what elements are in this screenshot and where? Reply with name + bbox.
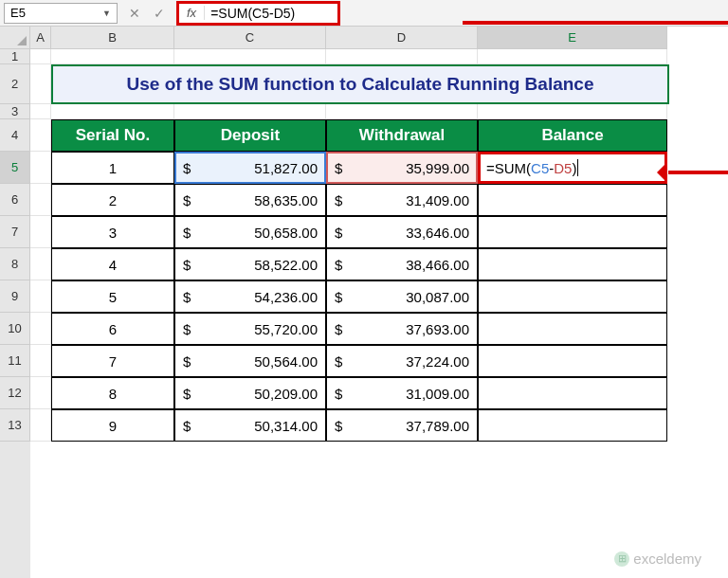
- callout-arrow: [463, 21, 728, 25]
- col-header[interactable]: C: [174, 27, 326, 49]
- cell-serial[interactable]: 4: [51, 248, 174, 280]
- cell-serial[interactable]: 9: [51, 409, 174, 442]
- cell[interactable]: [30, 345, 51, 377]
- col-header-active[interactable]: E: [478, 27, 667, 49]
- cell-deposit[interactable]: $58,635.00: [174, 184, 326, 216]
- cell-withdrawal[interactable]: $33,646.00: [326, 216, 478, 248]
- cell-balance[interactable]: [478, 280, 667, 313]
- active-cell-editing[interactable]: =SUM(C5-D5): [478, 152, 667, 184]
- watermark-icon: ⊞: [614, 551, 629, 567]
- table-header-serial[interactable]: Serial No.: [51, 119, 174, 152]
- sheet-row: [30, 49, 728, 64]
- currency-symbol: $: [183, 321, 191, 337]
- cell-deposit[interactable]: $55,720.00: [174, 313, 326, 345]
- cell[interactable]: [30, 377, 51, 409]
- col-header[interactable]: B: [51, 27, 174, 49]
- cell-deposit[interactable]: $54,236.00: [174, 280, 326, 313]
- cell-deposit-ref-c5[interactable]: $ 51,827.00: [174, 152, 326, 184]
- row-header[interactable]: 3: [0, 104, 30, 119]
- row-header[interactable]: 12: [0, 377, 30, 409]
- cell[interactable]: [30, 248, 51, 280]
- row-header[interactable]: 2: [0, 64, 30, 104]
- cell-serial[interactable]: 3: [51, 216, 174, 248]
- cell-serial[interactable]: 5: [51, 280, 174, 313]
- cell[interactable]: [30, 184, 51, 216]
- cell[interactable]: [478, 104, 667, 119]
- table-header-balance[interactable]: Balance: [478, 119, 667, 152]
- cell[interactable]: [30, 313, 51, 345]
- cell-withdrawal[interactable]: $31,409.00: [326, 184, 478, 216]
- currency-symbol: $: [183, 192, 191, 208]
- cell-serial[interactable]: 2: [51, 184, 174, 216]
- cell-balance[interactable]: [478, 377, 667, 409]
- cell-value: 38,466.00: [348, 257, 469, 273]
- cell[interactable]: [326, 49, 478, 64]
- cell-withdrawal[interactable]: $37,693.00: [326, 313, 478, 345]
- confirm-icon[interactable]: ✓: [154, 6, 165, 21]
- cell-deposit[interactable]: $58,522.00: [174, 248, 326, 280]
- cell[interactable]: [174, 49, 326, 64]
- cell[interactable]: [30, 49, 51, 64]
- cancel-icon[interactable]: ✕: [129, 6, 140, 21]
- row-header[interactable]: 8: [0, 248, 30, 280]
- row-header[interactable]: 11: [0, 345, 30, 377]
- cell[interactable]: [478, 49, 667, 64]
- cell[interactable]: [30, 104, 51, 119]
- name-box[interactable]: E5 ▼: [4, 3, 118, 24]
- cell[interactable]: [30, 216, 51, 248]
- row-header[interactable]: 13: [0, 409, 30, 442]
- cell-balance[interactable]: [478, 184, 667, 216]
- cell-serial[interactable]: 7: [51, 345, 174, 377]
- cell-withdrawal[interactable]: $38,466.00: [326, 248, 478, 280]
- fx-icon[interactable]: fx: [179, 6, 205, 20]
- row-header[interactable]: 6: [0, 184, 30, 216]
- cell-deposit[interactable]: $50,564.00: [174, 345, 326, 377]
- watermark: ⊞ exceldemy: [614, 551, 701, 567]
- cell-withdrawal[interactable]: $37,789.00: [326, 409, 478, 442]
- row-header[interactable]: 4: [0, 119, 30, 152]
- table-header-deposit[interactable]: Deposit: [174, 119, 326, 152]
- cell[interactable]: [30, 64, 51, 104]
- cell-withdrawal-ref-d5[interactable]: $ 35,999.00: [326, 152, 478, 184]
- cell[interactable]: [30, 119, 51, 152]
- cell-balance[interactable]: [478, 345, 667, 377]
- select-all-button[interactable]: [0, 27, 30, 49]
- row-header[interactable]: 7: [0, 216, 30, 248]
- cell-balance[interactable]: [478, 248, 667, 280]
- cell-value: 37,224.00: [348, 353, 469, 370]
- cell-withdrawal[interactable]: $31,009.00: [326, 377, 478, 409]
- cell-value: 31,409.00: [348, 192, 469, 208]
- col-header[interactable]: D: [326, 27, 478, 49]
- cell-balance[interactable]: [478, 313, 667, 345]
- table-header-withdrawal[interactable]: Withdrawal: [326, 119, 478, 152]
- cell-serial[interactable]: 6: [51, 313, 174, 345]
- cell-value: 58,522.00: [196, 257, 318, 273]
- page-title[interactable]: Use of the SUM function to Calculate Run…: [51, 64, 669, 104]
- cell-withdrawal[interactable]: $30,087.00: [326, 280, 478, 313]
- sheet-row: Use of the SUM function to Calculate Run…: [30, 64, 728, 104]
- row-header[interactable]: 1: [0, 49, 30, 64]
- col-header[interactable]: A: [30, 27, 51, 49]
- cell-deposit[interactable]: $50,209.00: [174, 377, 326, 409]
- cell[interactable]: [174, 104, 326, 119]
- chevron-down-icon[interactable]: ▼: [102, 9, 111, 18]
- cell-serial[interactable]: 8: [51, 377, 174, 409]
- cell-balance[interactable]: [478, 409, 667, 442]
- cell-balance[interactable]: [478, 216, 667, 248]
- formula-input[interactable]: =SUM(C5-D5): [205, 6, 337, 21]
- row-header[interactable]: 9: [0, 280, 30, 313]
- cell-serial[interactable]: 1: [51, 152, 174, 184]
- cell-deposit[interactable]: $50,314.00: [174, 409, 326, 442]
- cell-withdrawal[interactable]: $37,224.00: [326, 345, 478, 377]
- cell[interactable]: [51, 104, 174, 119]
- cell[interactable]: [30, 280, 51, 313]
- cell[interactable]: [30, 152, 51, 184]
- cell-deposit[interactable]: $50,658.00: [174, 216, 326, 248]
- cell[interactable]: [326, 104, 478, 119]
- cell-value: 51,827.00: [196, 160, 318, 176]
- row-header-active[interactable]: 5: [0, 152, 30, 184]
- cell[interactable]: [51, 49, 174, 64]
- currency-symbol: $: [335, 353, 342, 370]
- cell[interactable]: [30, 409, 51, 442]
- row-header[interactable]: 10: [0, 313, 30, 345]
